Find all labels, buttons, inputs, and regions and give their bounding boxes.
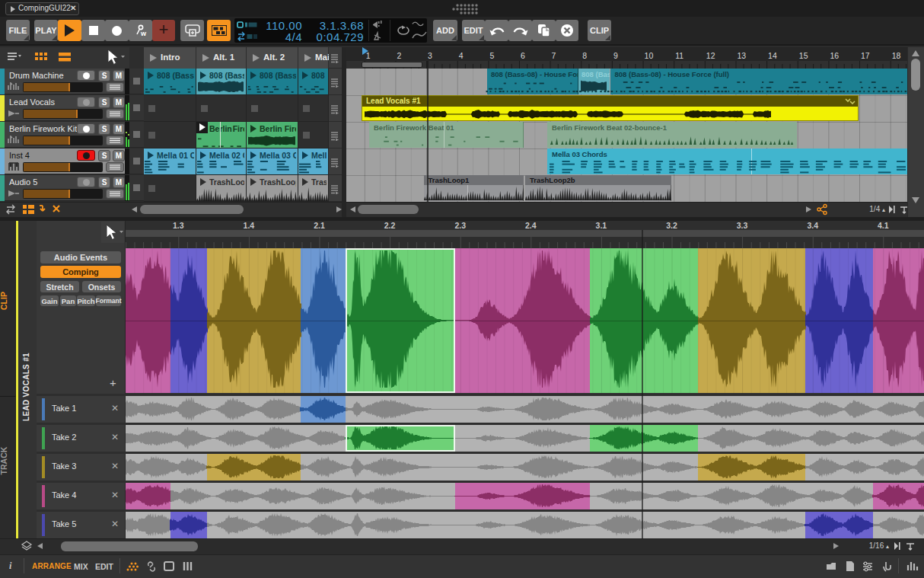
svg-text:10: 10: [645, 51, 654, 60]
svg-text:12: 12: [706, 51, 715, 60]
svg-text:16: 16: [830, 51, 839, 60]
svg-text:15: 15: [799, 51, 808, 60]
svg-text:17: 17: [861, 51, 870, 60]
svg-text:3.2: 3.2: [666, 221, 677, 230]
svg-text:6: 6: [521, 51, 525, 60]
svg-text:11: 11: [675, 51, 683, 60]
svg-text:4.1: 4.1: [878, 221, 889, 230]
svg-text:8: 8: [582, 51, 587, 60]
svg-text:w: w: [140, 30, 147, 37]
svg-text:14: 14: [768, 51, 777, 60]
svg-text:9: 9: [613, 51, 618, 60]
svg-text:2.4: 2.4: [525, 221, 537, 230]
svg-text:1.4: 1.4: [244, 221, 255, 230]
svg-text:7: 7: [552, 51, 556, 60]
svg-text:18: 18: [892, 51, 901, 60]
svg-text:3.3: 3.3: [737, 221, 748, 230]
svg-text:2.2: 2.2: [384, 221, 396, 230]
svg-text:3.4: 3.4: [807, 221, 818, 230]
svg-text:3: 3: [428, 51, 432, 60]
svg-text:13: 13: [738, 51, 747, 60]
svg-text:2.3: 2.3: [454, 221, 466, 230]
svg-text:2.1: 2.1: [314, 221, 325, 230]
svg-text:4: 4: [459, 51, 464, 60]
svg-text:5: 5: [489, 51, 494, 60]
svg-text:2: 2: [397, 51, 401, 60]
svg-text:1.3: 1.3: [173, 221, 184, 230]
svg-text:3.1: 3.1: [596, 221, 607, 230]
